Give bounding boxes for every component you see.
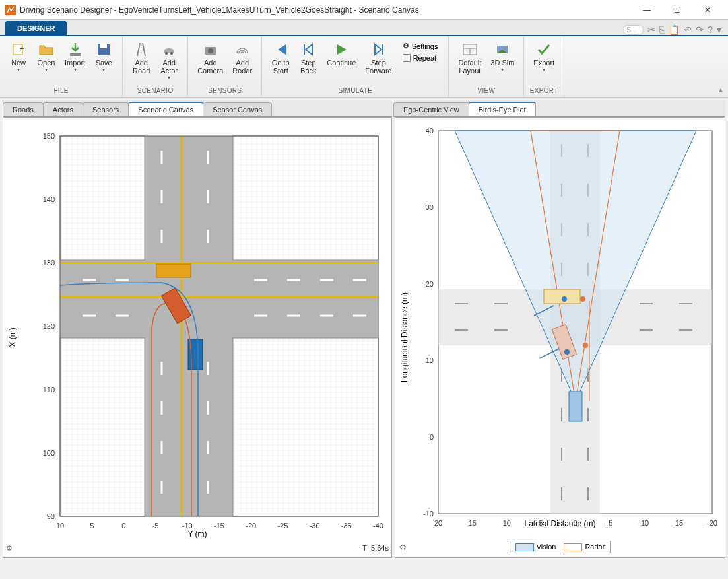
goto-start-icon [273,42,288,57]
new-icon: + [11,42,26,57]
car-icon [161,42,177,57]
vehicle-yellow[interactable] [156,264,191,277]
paste-icon[interactable]: 📋 [669,24,680,35]
group-simulate: Go to Start Step Back Continue Step Forw… [262,36,449,97]
svg-rect-25 [233,338,378,516]
open-button[interactable]: Open▾ [33,39,59,86]
sim3d-button[interactable]: 3D Sim▾ [486,39,518,86]
step-forward-icon [371,42,387,57]
step-back-button[interactable]: Step Back [295,39,321,86]
more-icon[interactable]: ▾ [717,24,721,35]
canvas-time: T=5.64s [362,544,389,555]
bep-ego [569,392,582,421]
tab-actors[interactable]: Actors [43,102,83,116]
add-road-button[interactable]: Add Road [128,39,154,86]
app-icon [5,5,16,15]
tab-roads[interactable]: Roads [3,102,44,116]
step-forward-button[interactable]: Step Forward [361,39,395,86]
svg-text:110: 110 [43,386,55,393]
goto-start-button[interactable]: Go to Start [267,39,294,86]
quick-access-toolbar: S... ✂ ⎘ 📋 ↶ ↷ ? ▾ [623,24,728,35]
svg-point-104 [564,349,570,355]
toolstrip: + New▾ Open▾ Import▾ Save▾ FILE Add Road [0,36,728,98]
new-button[interactable]: + New▾ [5,39,32,86]
help-icon[interactable]: ? [708,24,713,35]
svg-point-102 [580,296,585,302]
close-button[interactable]: ✕ [692,0,723,20]
layout-icon [462,42,478,57]
svg-text:-40: -40 [373,522,383,529]
save-icon [96,42,112,57]
svg-text:-20: -20 [246,522,256,529]
svg-text:-25: -25 [277,522,288,529]
tab-scenario-canvas[interactable]: Scenario Canvas [128,102,203,116]
repeat-checkbox[interactable]: Repeat [400,53,441,63]
svg-point-8 [170,52,173,55]
svg-text:20: 20 [434,519,442,527]
svg-text:20: 20 [426,280,434,288]
redo-icon[interactable]: ↷ [696,24,704,35]
save-button[interactable]: Save▾ [90,39,117,86]
bep-settings-icon[interactable]: ⚙ [399,543,410,553]
undo-icon[interactable]: ↶ [684,24,692,35]
svg-text:-10: -10 [638,519,649,527]
open-icon [38,42,54,57]
svg-text:-35: -35 [341,522,352,529]
ribbon-tabstrip: DESIGNER S... ✂ ⎘ 📋 ↶ ↷ ? ▾ [0,20,728,36]
cut-icon[interactable]: ✂ [647,24,655,35]
step-back-icon [300,42,316,57]
copy-icon[interactable]: ⎘ [659,24,665,35]
svg-rect-21 [233,136,378,260]
tab-sensor-canvas[interactable]: Sensor Canvas [203,102,272,116]
group-simulate-label: SIMULATE [267,86,443,96]
radar-icon [234,42,250,57]
svg-text:100: 100 [43,449,55,457]
export-button[interactable]: Export▾ [529,39,558,86]
svg-text:0: 0 [121,522,125,529]
group-view: Default Layout 3D Sim▾ VIEW [449,36,524,97]
add-actor-button[interactable]: Add Actor▾ [156,39,182,86]
maximize-button[interactable]: ☐ [662,0,692,20]
canvas-y-axis-label: Y (m) [187,529,207,539]
settings-button[interactable]: ⚙Settings [400,40,441,51]
svg-text:-20: -20 [707,519,717,527]
default-layout-button[interactable]: Default Layout [454,39,485,86]
group-sensors-label: SENSORS [193,86,256,96]
left-docktabs: Roads Actors Sensors Scenario Canvas Sen… [3,100,392,117]
svg-point-103 [583,343,588,348]
canvas-settings-icon[interactable]: ⚙ [6,544,17,555]
tab-ego-centric-view[interactable]: Ego-Centric View [393,102,469,116]
tab-designer[interactable]: DESIGNER [5,21,67,35]
gear-icon: ⚙ [403,42,409,50]
svg-rect-3 [70,53,81,56]
import-button[interactable]: Import▾ [61,39,89,86]
svg-text:15: 15 [469,519,477,527]
play-icon [333,42,349,57]
svg-text:130: 130 [43,259,55,267]
check-icon [536,42,552,57]
svg-rect-19 [60,136,145,260]
add-camera-button[interactable]: Add Camera [193,39,227,86]
minimize-button[interactable]: — [632,0,662,20]
scenario-canvas[interactable]: 15014013012011010090 1050-5-10-15-20-25-… [3,118,391,557]
svg-point-101 [562,296,567,302]
svg-text:0: 0 [430,433,434,441]
camera-icon [203,42,218,57]
svg-text:40: 40 [426,127,434,135]
group-file-label: FILE [5,86,117,96]
svg-text:5: 5 [90,522,94,529]
collapse-ribbon-icon[interactable]: ▴ [719,85,723,94]
sim3d-icon [494,42,510,57]
continue-button[interactable]: Continue [323,39,360,86]
tab-sensors[interactable]: Sensors [83,102,129,116]
group-view-label: VIEW [454,86,518,96]
tab-birds-eye-plot[interactable]: Bird's-Eye Plot [469,102,536,116]
right-docktabs: Ego-Centric View Bird's-Eye Plot [393,100,725,117]
road-icon [133,42,149,57]
svg-text:30: 30 [426,203,434,211]
window-title: Driving Scenario Designer - EgoVehicleTu… [20,5,632,15]
birds-eye-plot[interactable]: 20151050-5-10-15-20 -10010203040 [395,118,724,557]
svg-text:150: 150 [43,132,55,140]
add-radar-button[interactable]: Add Radar [228,39,256,86]
search-box[interactable]: S... [623,25,644,35]
